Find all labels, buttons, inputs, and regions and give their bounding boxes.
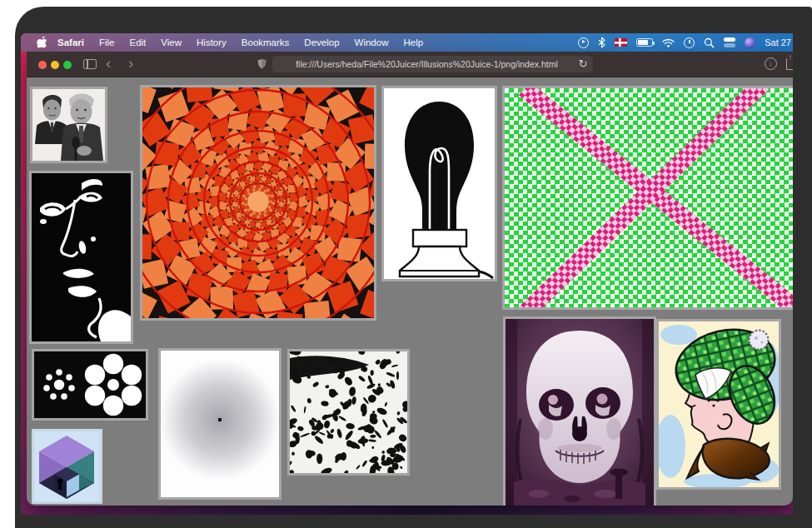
forward-button[interactable]: › [128, 52, 133, 77]
menu-app-name[interactable]: Safari [50, 37, 92, 47]
cube-graphic [34, 431, 100, 501]
checkerboard-x-illusion[interactable] [502, 86, 793, 310]
sidebar-toggle-icon[interactable] [83, 59, 97, 69]
dalmatian-illusion[interactable] [287, 349, 410, 476]
device-frame: Safari File Edit View History Bookmarks … [15, 7, 812, 528]
menu-item-develop[interactable]: Develop [296, 37, 346, 47]
menu-bar: Safari File Edit View History Bookmarks … [21, 33, 793, 52]
clock-icon[interactable] [684, 37, 695, 48]
playback-icon[interactable] [578, 37, 589, 48]
dalmatian-graphic [290, 351, 407, 473]
reload-icon[interactable]: ↻ [574, 55, 592, 73]
bluetooth-icon[interactable] [598, 37, 605, 48]
minimize-button[interactable] [51, 61, 59, 69]
share-icon[interactable] [786, 58, 793, 70]
siri-icon[interactable] [745, 37, 755, 48]
privacy-shield-icon[interactable] [257, 58, 267, 69]
spiral-circles-illusion[interactable] [140, 85, 376, 321]
ebbinghaus-circles-illusion[interactable] [32, 349, 148, 421]
zoom-button[interactable] [63, 61, 72, 69]
safari-window: ‹ › file:///Users/heda/File%20Juicer/Ill… [27, 52, 793, 506]
spiral-graphic [142, 87, 374, 318]
page-content [27, 77, 793, 506]
menu-item-window[interactable]: Window [347, 37, 396, 47]
face-profile-illusion[interactable] [29, 171, 133, 344]
search-icon[interactable] [704, 37, 715, 48]
apple-logo-icon[interactable] [37, 37, 47, 48]
menu-item-view[interactable]: View [153, 37, 189, 47]
menu-item-help[interactable]: Help [396, 37, 431, 47]
fading-dot-illusion[interactable] [158, 348, 281, 500]
clinton-gore-graphic [32, 89, 105, 161]
menu-status-area: Sat 27 [578, 37, 793, 48]
downloads-icon[interactable]: ↓ [765, 57, 777, 70]
clinton-gore-photo[interactable] [30, 87, 107, 163]
menu-item-file[interactable]: File [92, 37, 122, 47]
light-bulb-afterimage[interactable] [381, 86, 497, 281]
wifi-icon[interactable] [662, 38, 675, 47]
menu-item-history[interactable]: History [189, 37, 234, 47]
close-button[interactable] [38, 61, 47, 69]
woman-graphic [659, 321, 779, 487]
skull-graphic [506, 319, 654, 506]
face-profile-graphic [32, 173, 131, 341]
input-language-flag-icon[interactable] [615, 38, 627, 47]
menu-bar-date[interactable]: Sat 27 [765, 37, 791, 47]
address-bar[interactable]: file:///Users/heda/File%20Juicer/Illusio… [272, 56, 593, 72]
necker-cube-keyhole[interactable] [32, 429, 102, 504]
light-bulb-graphic [384, 88, 495, 279]
menu-item-edit[interactable]: Edit [122, 37, 154, 47]
screenshot-stage: Safari File Edit View History Bookmarks … [0, 0, 812, 528]
skull-vanity-illusion[interactable] [503, 316, 656, 506]
battery-icon[interactable] [636, 38, 653, 47]
ebbinghaus-graphic [34, 351, 146, 418]
desktop-wallpaper: Safari File Edit View History Bookmarks … [21, 33, 793, 515]
control-center-icon[interactable] [724, 37, 735, 47]
back-button[interactable]: ‹ [106, 52, 111, 77]
browser-toolbar: ‹ › file:///Users/heda/File%20Juicer/Ill… [27, 52, 793, 77]
young-old-woman-illusion[interactable] [656, 319, 781, 490]
menu-item-bookmarks[interactable]: Bookmarks [234, 37, 297, 47]
